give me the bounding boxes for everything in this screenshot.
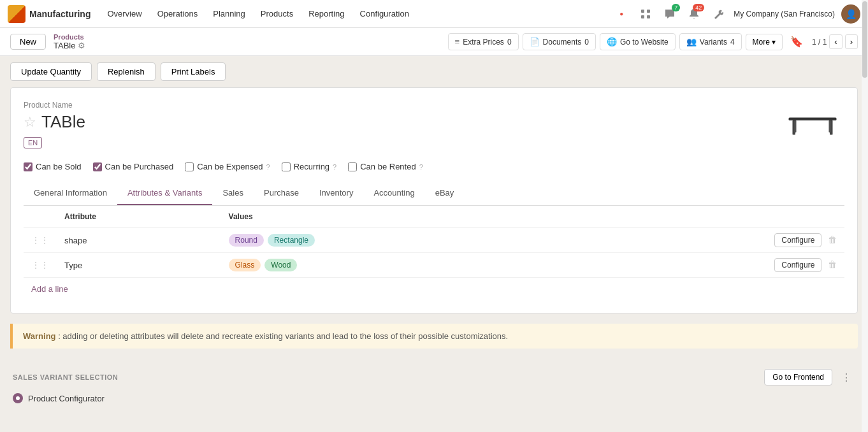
extra-prices-button[interactable]: ≡ Extra Prices 0 xyxy=(448,33,519,50)
can-be-expensed-label: Can be Expensed xyxy=(197,162,263,171)
pager-prev-button[interactable]: ‹ xyxy=(829,34,842,49)
product-name[interactable]: TABle xyxy=(41,112,85,132)
table-row: ⋮⋮ shape Round Rectangle Configure 🗑 xyxy=(24,228,844,253)
delete-shape-icon[interactable]: 🗑 xyxy=(828,234,837,245)
drag-handle-type[interactable]: ⋮⋮ xyxy=(31,260,49,270)
scrollbar-thumb[interactable] xyxy=(862,1,867,78)
bookmark-icon[interactable]: 🔖 xyxy=(790,36,803,48)
add-line-button[interactable]: Add a line xyxy=(24,278,76,300)
new-button[interactable]: New xyxy=(10,34,46,50)
configure-shape-button[interactable]: Configure xyxy=(774,233,821,247)
tag-round[interactable]: Round xyxy=(229,234,264,247)
nav-overview[interactable]: Overview xyxy=(101,5,148,22)
can-be-sold-input[interactable] xyxy=(24,162,33,171)
variant-option: Product Configurator xyxy=(13,393,855,403)
print-labels-button[interactable]: Print Labels xyxy=(161,62,226,81)
tab-purchase[interactable]: Purchase xyxy=(254,182,309,205)
delete-type-icon[interactable]: 🗑 xyxy=(828,259,837,270)
grid-icon[interactable] xyxy=(637,5,655,23)
attr-name-type: Type xyxy=(64,261,82,270)
col-attribute: Attribute xyxy=(57,206,221,228)
tab-inventory[interactable]: Inventory xyxy=(309,182,363,205)
tag-wood[interactable]: Wood xyxy=(264,259,297,271)
can-be-expensed-checkbox[interactable]: Can be Expensed ? xyxy=(185,162,270,171)
recurring-checkbox[interactable]: Recurring ? xyxy=(282,162,336,171)
svg-rect-0 xyxy=(641,10,644,13)
can-be-rented-input[interactable] xyxy=(348,162,357,171)
tab-accounting[interactable]: Accounting xyxy=(363,182,424,205)
can-be-rented-checkbox[interactable]: Can be Rented ? xyxy=(348,162,423,171)
section-title: SALES VARIANT SELECTION xyxy=(13,373,118,381)
warning-text: : adding or deleting attributes will del… xyxy=(58,331,508,341)
go-frontend-button[interactable]: Go to Frontend xyxy=(764,369,832,385)
extra-prices-count: 0 xyxy=(507,38,512,47)
expensed-help-icon[interactable]: ? xyxy=(266,163,270,171)
avatar[interactable]: 👤 xyxy=(841,4,860,24)
breadcrumb-current: TABle xyxy=(54,41,75,50)
can-be-expensed-input[interactable] xyxy=(185,162,194,171)
app-name: Manufacturing xyxy=(29,9,90,19)
drag-handle-shape[interactable]: ⋮⋮ xyxy=(31,235,49,245)
nav-planning[interactable]: Planning xyxy=(206,5,252,22)
variants-button[interactable]: 👥 Variants 4 xyxy=(679,33,742,50)
can-be-purchased-label: Can be Purchased xyxy=(105,162,174,171)
scrollbar-track[interactable] xyxy=(862,0,868,432)
sales-variant-section: SALES VARIANT SELECTION Go to Frontend ⋮… xyxy=(0,359,868,414)
bell-icon[interactable]: 42 xyxy=(685,5,703,23)
attributes-table: Attribute Values ⋮⋮ shape Round Rectangl… xyxy=(24,206,844,278)
tab-ebay[interactable]: eBay xyxy=(425,182,465,205)
breadcrumb-parent[interactable]: Products xyxy=(54,33,85,41)
configure-type-button[interactable]: Configure xyxy=(774,258,821,272)
nav-operations[interactable]: Operations xyxy=(151,5,205,22)
tab-general[interactable]: General Information xyxy=(24,182,117,205)
go-to-website-button[interactable]: 🌐 Go to Website xyxy=(600,33,676,50)
extra-prices-label: Extra Prices xyxy=(463,38,504,47)
settings-gear-icon[interactable]: ⚙ xyxy=(78,41,85,50)
chat-icon[interactable]: 7 xyxy=(661,5,679,23)
go-to-website-label: Go to Website xyxy=(620,38,669,47)
warning-box: Warning : adding or deleting attributes … xyxy=(10,324,858,349)
pager-next-button[interactable]: › xyxy=(845,34,858,49)
rented-help-icon[interactable]: ? xyxy=(419,163,423,171)
can-be-purchased-checkbox[interactable]: Can be Purchased xyxy=(93,162,174,171)
globe-icon: 🌐 xyxy=(607,37,617,47)
can-be-sold-checkbox[interactable]: Can be Sold xyxy=(24,162,82,171)
product-name-row: ☆ TABle xyxy=(24,112,781,132)
nav-products[interactable]: Products xyxy=(254,5,300,22)
favorite-star-icon[interactable]: ☆ xyxy=(24,114,36,131)
col-drag xyxy=(24,206,57,228)
col-values: Values xyxy=(221,206,575,228)
table-row: ⋮⋮ Type Glass Wood Configure 🗑 xyxy=(24,253,844,278)
documents-count: 0 xyxy=(584,38,589,47)
replenish-button[interactable]: Replenish xyxy=(97,62,156,81)
tab-sales[interactable]: Sales xyxy=(212,182,254,205)
tab-attributes[interactable]: Attributes & Variants xyxy=(117,182,213,205)
product-name-section: Product Name ☆ TABle EN xyxy=(24,101,781,148)
documents-button[interactable]: 📄 Documents 0 xyxy=(523,33,596,50)
nav-reporting[interactable]: Reporting xyxy=(302,5,351,22)
tag-glass[interactable]: Glass xyxy=(229,259,261,271)
red-dot-icon[interactable]: ● xyxy=(612,5,630,23)
more-button[interactable]: More ▾ xyxy=(746,34,783,50)
top-nav: Manufacturing Overview Operations Planni… xyxy=(0,0,868,28)
document-icon: 📄 xyxy=(530,37,540,47)
variants-count: 4 xyxy=(730,38,735,47)
pager: 1 / 1 ‹ › xyxy=(812,34,858,49)
variants-label: Variants xyxy=(700,38,727,47)
recurring-help-icon[interactable]: ? xyxy=(333,163,336,171)
product-configurator-label: Product Configurator xyxy=(28,394,105,403)
section-menu-button[interactable]: ⋮ xyxy=(837,370,855,385)
wrench-icon[interactable] xyxy=(709,5,727,23)
can-be-purchased-input[interactable] xyxy=(93,162,102,171)
recurring-input[interactable] xyxy=(282,162,291,171)
more-label: More xyxy=(753,38,770,47)
nav-configuration[interactable]: Configuration xyxy=(354,5,416,22)
warning-bold: Warning xyxy=(23,331,56,341)
radio-product-configurator[interactable] xyxy=(13,393,23,403)
language-badge[interactable]: EN xyxy=(24,137,42,148)
recurring-label: Recurring xyxy=(294,162,329,171)
tag-rectangle[interactable]: Rectangle xyxy=(268,234,315,247)
breadcrumb-bar: New Products TABle ⚙ ≡ Extra Prices 0 📄 … xyxy=(0,28,868,56)
update-quantity-button[interactable]: Update Quantity xyxy=(10,62,92,81)
checkboxes-row: Can be Sold Can be Purchased Can be Expe… xyxy=(24,162,844,171)
